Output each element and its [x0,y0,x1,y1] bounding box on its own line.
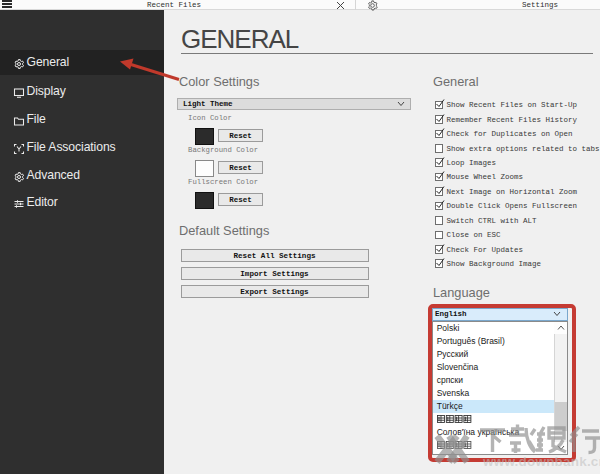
svg-text:www.downbank.cn: www.downbank.cn [482,454,600,469]
